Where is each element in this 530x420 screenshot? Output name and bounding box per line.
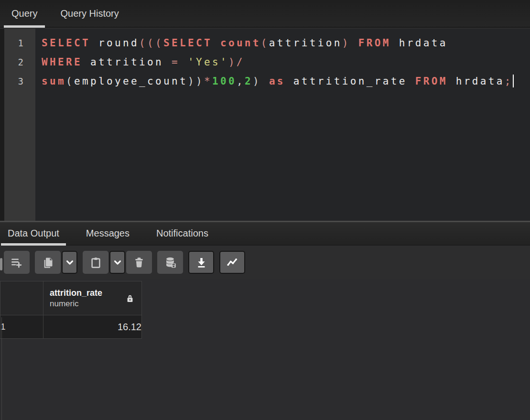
- sql-token: FROM: [415, 75, 448, 87]
- toolbar-group: [35, 251, 78, 274]
- sql-token: attrition_rate: [285, 75, 415, 87]
- add-row-button[interactable]: [4, 251, 30, 274]
- query-tool-window: QueryQuery History 123 SELECT round(((SE…: [0, 0, 530, 420]
- copy-options-button[interactable]: [62, 251, 77, 274]
- copy-icon: [42, 256, 54, 269]
- graph-icon: [226, 256, 239, 269]
- results-grid: attrition_rate numeric 1 16.12: [0, 279, 530, 420]
- sql-token: count: [220, 37, 261, 49]
- sql-token: ): [253, 75, 261, 87]
- add-row-icon: [11, 256, 23, 269]
- paste-options-button[interactable]: [109, 251, 125, 274]
- sql-code-area[interactable]: SELECT round(((SELECT count(attrition) F…: [35, 29, 530, 221]
- tab-messages[interactable]: Messages: [79, 222, 136, 245]
- sql-token: [180, 56, 188, 68]
- tab-label: Query: [11, 8, 37, 19]
- paste-button[interactable]: [83, 251, 108, 274]
- code-line: SELECT round(((SELECT count(attrition) F…: [42, 33, 530, 53]
- sql-token: )/: [228, 56, 245, 68]
- left-scrollbar-track[interactable]: [1, 317, 2, 420]
- sql-token: (((: [139, 37, 163, 49]
- row-number-cell[interactable]: 1: [0, 315, 43, 339]
- tab-data-output[interactable]: Data Output: [1, 222, 66, 245]
- code-line: sum(employee_count))*100,2) as attrition…: [42, 72, 530, 91]
- save-results-to-file-button[interactable]: [188, 251, 214, 274]
- sql-token: SELECT: [163, 37, 212, 49]
- table-corner-cell[interactable]: [0, 281, 43, 315]
- sql-token: hrdata: [391, 37, 448, 49]
- chevron-down-icon: [65, 257, 75, 268]
- sql-token: ,: [237, 75, 245, 87]
- toolbar-group: [83, 251, 153, 274]
- chevron-down-icon: [112, 257, 123, 268]
- sql-token: *: [204, 75, 212, 87]
- tab-label: Messages: [86, 228, 130, 239]
- sql-token: (: [261, 37, 269, 49]
- tab-label: Data Output: [8, 228, 59, 239]
- scroll-grip[interactable]: [0, 258, 2, 270]
- sql-token: round: [90, 37, 139, 49]
- copy-button[interactable]: [35, 251, 61, 274]
- lock-icon: [125, 293, 135, 304]
- sql-token: =: [172, 56, 180, 68]
- save-data-changes-button[interactable]: [157, 251, 183, 274]
- table-row: 1 16.12: [0, 315, 142, 339]
- paste-icon: [89, 256, 102, 269]
- sql-token: 2: [245, 75, 253, 87]
- results-table: attrition_rate numeric 1 16.12: [0, 281, 142, 339]
- sql-token: attrition: [269, 37, 342, 49]
- sql-token: 'Yes': [188, 56, 228, 68]
- trash-icon: [133, 256, 145, 269]
- toolbar-group: [4, 251, 31, 274]
- toolbar-group: [157, 251, 184, 274]
- output-tab-bar: Data OutputMessagesNotifications: [0, 222, 530, 246]
- sql-token: hrdata: [448, 75, 505, 87]
- sql-token: ;: [505, 75, 513, 87]
- line-number-gutter: 123: [4, 29, 35, 221]
- sql-token: [350, 37, 358, 49]
- graph-visualiser-button[interactable]: [219, 251, 245, 274]
- tab-label: Notifications: [156, 228, 208, 239]
- sql-token: as: [269, 75, 285, 87]
- download-icon: [195, 256, 208, 269]
- editor-left-strip: [0, 29, 4, 221]
- sql-token: 100: [212, 75, 237, 87]
- line-number: 1: [4, 33, 35, 53]
- toolbar-group: [219, 251, 246, 274]
- sql-token: attrition: [82, 56, 172, 68]
- sql-token: [212, 37, 220, 49]
- sql-token: sum: [42, 75, 66, 87]
- code-line: WHERE attrition = 'Yes')/: [42, 53, 530, 72]
- tab-query[interactable]: Query: [4, 0, 45, 27]
- data-output-toolbar: [0, 246, 530, 279]
- delete-row-button[interactable]: [126, 251, 152, 274]
- sql-token: )): [188, 75, 204, 87]
- tab-notifications[interactable]: Notifications: [150, 222, 215, 245]
- toolbar-group: [188, 251, 215, 274]
- column-header-attrition-rate[interactable]: attrition_rate numeric: [43, 281, 142, 315]
- line-number: 3: [4, 72, 35, 91]
- tab-label: Query History: [60, 8, 119, 19]
- sql-token: (: [66, 75, 74, 87]
- query-tab-bar: QueryQuery History: [0, 0, 530, 28]
- sql-token: employee_count: [74, 75, 188, 87]
- sql-token: SELECT: [42, 37, 90, 49]
- tab-query-history[interactable]: Query History: [53, 0, 126, 27]
- sql-token: FROM: [358, 37, 391, 49]
- attrition-rate-value-cell[interactable]: 16.12: [43, 315, 142, 339]
- text-cursor: [513, 75, 514, 87]
- sql-token: [261, 75, 269, 87]
- database-save-icon: [164, 256, 177, 269]
- sql-token: ): [342, 37, 350, 49]
- sql-token: WHERE: [42, 56, 82, 68]
- sql-editor[interactable]: 123 SELECT round(((SELECT count(attritio…: [0, 29, 530, 221]
- column-type: numeric: [50, 299, 102, 309]
- line-number: 2: [4, 53, 35, 72]
- column-name: attrition_rate: [50, 287, 102, 299]
